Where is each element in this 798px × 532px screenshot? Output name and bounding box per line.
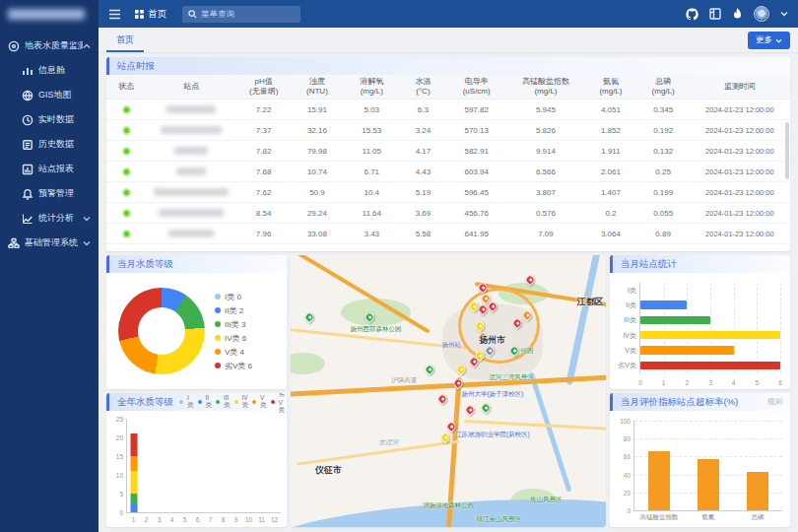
- sidebar-item-label: 预警管理: [38, 187, 91, 200]
- map-pin-green[interactable]: [423, 364, 435, 376]
- status-online-dot: [122, 147, 131, 156]
- layout-expand-icon[interactable]: [709, 8, 721, 20]
- breadcrumb[interactable]: 首页: [135, 8, 166, 21]
- fire-icon[interactable]: [732, 8, 743, 21]
- x-axis-tick: 6: [778, 379, 782, 386]
- stack-legend-item-IV类[interactable]: IV类: [234, 394, 249, 410]
- monitor-time-cell: 2024-01-23 12:00:00: [690, 182, 790, 203]
- map-pin-red[interactable]: [435, 393, 448, 406]
- hamburger-menu-icon[interactable]: [108, 9, 121, 20]
- value-cell: 3.43: [344, 224, 400, 244]
- hbar-row-II类: II类: [640, 298, 780, 312]
- sidebar-item-站点报表[interactable]: 站点报表: [0, 157, 99, 181]
- x-axis-tick: 7: [209, 516, 213, 523]
- category-label: III类: [611, 315, 636, 325]
- menu-search[interactable]: [182, 6, 300, 23]
- value-cell: 5.58: [400, 224, 446, 244]
- sidebar-item-预警管理[interactable]: 预警管理: [0, 181, 99, 206]
- station-name-redacted: [168, 230, 214, 237]
- x-axis-tick: 0: [638, 379, 642, 386]
- value-cell: 9.914: [507, 141, 585, 162]
- map-pin-red[interactable]: [464, 404, 477, 417]
- status-online-dot: [122, 230, 131, 238]
- stacked-bar-month-9: [233, 419, 239, 512]
- station-name-cell: [146, 182, 236, 203]
- legend-item-II类[interactable]: II类 2: [215, 305, 252, 316]
- legend-item-IV类[interactable]: IV类 6: [215, 333, 252, 344]
- legend-item-I类[interactable]: I类 0: [215, 292, 252, 302]
- sidebar-group-base-system[interactable]: 基础管理系统: [0, 231, 99, 255]
- station-name-cell: [146, 162, 236, 182]
- map-label: 何园: [521, 346, 534, 355]
- month-grade-title: 当月水质等级: [117, 258, 173, 271]
- sidebar-item-统计分析[interactable]: 统计分析: [0, 206, 99, 231]
- grid-icon: [135, 10, 144, 19]
- stack-legend-item-II类[interactable]: II类: [198, 394, 213, 410]
- github-icon[interactable]: [686, 8, 698, 21]
- value-cell: 7.37: [236, 120, 291, 141]
- legend-item-III类[interactable]: III类 3: [215, 319, 252, 330]
- value-cell: 3.807: [507, 182, 585, 203]
- value-cell: 7.68: [236, 162, 291, 182]
- value-cell: 641.95: [446, 224, 507, 244]
- grade-donut: [118, 288, 205, 374]
- bar-segment-II类: [130, 504, 137, 512]
- x-axis-tick: 1: [662, 379, 666, 386]
- sidebar-group-monitor-system[interactable]: 地表水质量监测系统: [0, 33, 99, 58]
- y-axis-tick: 80: [615, 435, 631, 442]
- map-pin-green[interactable]: [303, 311, 316, 324]
- station-report-body: 状态站点pH值(无量纲)浊度(NTU)溶解氧(mg/L)水温(°C)电导率(uS…: [106, 75, 790, 251]
- value-cell: 0.055: [637, 203, 690, 224]
- GIS地图-icon: [22, 90, 33, 101]
- stacked-bar-month-3: [156, 419, 163, 512]
- y-axis-tick: 15: [109, 453, 123, 460]
- bar-III类: [640, 316, 710, 324]
- stack-legend-item-I类[interactable]: I类: [179, 394, 194, 410]
- legend-label: I类: [187, 394, 194, 410]
- bar-II类: [640, 300, 687, 308]
- value-cell: 3.24: [400, 120, 446, 141]
- tab-home[interactable]: 首页: [106, 29, 144, 52]
- monitor-time-cell: 2024-01-23 12:00:00: [690, 120, 790, 141]
- table-scrollbar-thumb[interactable]: [785, 122, 789, 179]
- sidebar-item-信息舱[interactable]: 信息舱: [0, 58, 99, 83]
- y-axis-tick: 0: [109, 509, 123, 516]
- sidebar-item-label: 实时数据: [38, 113, 91, 126]
- map-pin-green[interactable]: [480, 401, 493, 414]
- month-grade-panel: 当月水质等级 I类 0II类 2III类 3IV类 6V类 4劣V类 6: [106, 255, 287, 389]
- x-axis-tick: 12: [271, 516, 278, 523]
- sidebar-item-GIS地图[interactable]: GIS地图: [0, 83, 99, 107]
- legend-item-劣V类[interactable]: 劣V类 6: [215, 361, 252, 371]
- column-header-2: pH值(无量纲): [236, 75, 291, 100]
- exceed-rate-rules-link[interactable]: 规则: [767, 397, 782, 407]
- sidebar-item-历史数据[interactable]: 历史数据: [0, 132, 99, 157]
- value-cell: 32.16: [291, 120, 343, 141]
- category-label: 劣V类: [611, 361, 636, 370]
- map-label: 江都区: [577, 295, 604, 307]
- user-avatar[interactable]: [754, 6, 769, 22]
- map-label: 运河三湾风景区: [489, 373, 534, 382]
- stacked-bar-month-4: [168, 419, 175, 512]
- value-cell: 7.62: [236, 182, 291, 203]
- stack-legend-item-III类[interactable]: III类: [216, 394, 231, 410]
- sidebar-item-label: 统计分析: [38, 212, 83, 225]
- sidebar-item-label: 历史数据: [38, 138, 91, 151]
- station-name-cell: [146, 224, 236, 244]
- sidebar-item-实时数据[interactable]: 实时数据: [0, 107, 99, 132]
- x-axis-tick: 1: [132, 516, 136, 523]
- table-row: 7.6250.910.45.19596.453.8071.4070.199202…: [106, 182, 790, 203]
- status-cell: [106, 224, 146, 244]
- tabbar: 首页 更多: [99, 28, 798, 53]
- value-cell: 5.826: [507, 120, 585, 141]
- value-cell: 15.91: [291, 100, 343, 120]
- user-menu-chevron-down-icon[interactable]: [780, 11, 788, 17]
- value-cell: 456.76: [446, 203, 507, 224]
- station-name-cell: [146, 203, 236, 224]
- more-button[interactable]: 更多: [748, 32, 790, 49]
- legend-item-V类[interactable]: V类 4: [215, 347, 252, 358]
- gridline: [634, 421, 782, 422]
- search-input[interactable]: [201, 9, 290, 19]
- map-road-minor: [464, 420, 606, 431]
- station-map[interactable]: 扬州市仪征市江都区扬州西部森林公园何园运河三湾风景区扬州大学(扬子津校区)扬州站…: [291, 255, 606, 527]
- stack-legend-item-V类[interactable]: V类: [252, 394, 267, 410]
